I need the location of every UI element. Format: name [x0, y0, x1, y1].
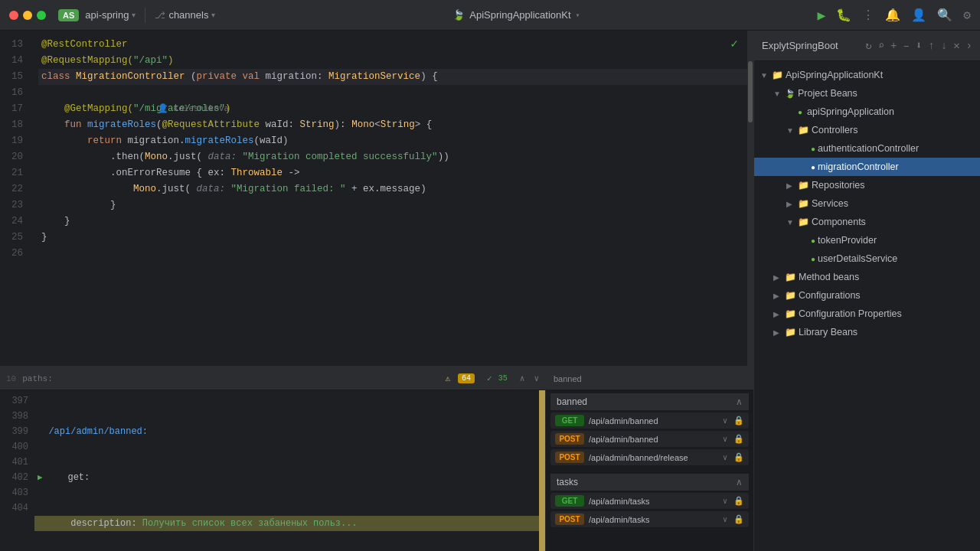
more-button[interactable]: ⋮: [862, 8, 874, 23]
api-endpoint[interactable]: POST /api/admin/tasks ∨ 🔒: [550, 511, 749, 527]
tree-label: userDetailsService: [818, 253, 897, 264]
search-icon[interactable]: 🔍: [937, 8, 952, 23]
code-line: Mono.just( data: "Migration failed: " + …: [38, 181, 747, 197]
tree-item-api-spring-application[interactable]: ▶ ● apiSpringApplication: [754, 103, 980, 121]
project-badge: AS: [58, 9, 79, 21]
api-endpoint[interactable]: POST /api/admin/banned/release ∨ 🔒: [550, 449, 749, 465]
yaml-line-num: 10: [6, 374, 16, 383]
tree-label: Library Beans: [799, 327, 858, 337]
tree-item-configurations[interactable]: ▶ 📁 Configurations: [754, 286, 980, 305]
dot-icon: ●: [811, 255, 815, 263]
folder-icon: 📁: [785, 308, 796, 319]
close-button[interactable]: [9, 11, 18, 20]
debug-button[interactable]: 🐛: [836, 8, 851, 23]
tree-item-project-beans[interactable]: ▼ 🍃 Project Beans: [754, 84, 980, 103]
api-section-header-tasks[interactable]: tasks ∧: [550, 474, 749, 491]
traffic-lights: [9, 11, 46, 20]
api-section-header-banned[interactable]: banned ∧: [550, 393, 749, 410]
up-icon[interactable]: ↑: [928, 40, 934, 52]
tree-label: ApiSpringApplicationKt: [786, 70, 883, 80]
tree-item-library-beans[interactable]: ▶ 📁 Library Beans: [754, 323, 980, 341]
chevron-icon: ∨: [723, 497, 727, 506]
tree-label: Project Beans: [798, 88, 858, 99]
user-icon[interactable]: 👤: [911, 8, 926, 23]
yaml-line: description: Получить список всех забане…: [34, 516, 539, 531]
code-line: ✓ ▶ class MigrationController (private v…: [38, 69, 747, 85]
method-post-badge: POST: [555, 452, 584, 463]
swagger-label: banned: [554, 374, 582, 383]
endpoint-path: /api/admin/tasks: [589, 515, 718, 524]
editor-pane[interactable]: 13 14 15 16 17 18 19 20 21 22 23 24 25 2…: [0, 31, 753, 367]
branch-selector[interactable]: ⎇ channels ▾: [155, 9, 215, 21]
file-dropdown-icon: ▾: [576, 11, 580, 20]
file-title: ApiSpringApplicationKt: [469, 9, 570, 21]
code-editor: 13 14 15 16 17 18 19 20 21 22 23 24 25 2…: [0, 31, 753, 366]
tree-item-authentication-controller[interactable]: ▶ ● authenticationController: [754, 139, 980, 158]
tree-label: Controllers: [812, 125, 858, 135]
lock-icon: 🔒: [733, 452, 744, 462]
tree-item-method-beans[interactable]: ▶ 📁 Method beans: [754, 268, 980, 286]
chevron-icon: ∨: [723, 515, 727, 524]
warn-count: 64: [458, 373, 475, 383]
api-endpoint[interactable]: GET /api/admin/tasks ∨ 🔒: [550, 493, 749, 509]
dot-icon: ●: [811, 145, 815, 153]
api-banned-section: banned ∧ GET /api/admin/banned ∨ 🔒 POST …: [546, 390, 753, 471]
expand-icon[interactable]: ›: [966, 40, 972, 52]
code-line: @GetMapping("/migrate/roles") 👤 Kolesnik…: [38, 101, 747, 117]
panel-icons: ↻ ⌕ + – ⬇ ↑ ↓ ✕ ›: [865, 39, 972, 52]
collapse-icon: ∧: [736, 477, 743, 487]
tree-label: apiSpringApplication: [807, 106, 894, 117]
method-get-badge: GET: [555, 415, 584, 426]
code-line: [38, 85, 747, 101]
folder-icon: 📁: [798, 125, 809, 135]
yaml-label: paths:: [22, 374, 53, 383]
collapse-icon[interactable]: ∨: [534, 373, 539, 383]
minus-icon[interactable]: –: [903, 40, 910, 52]
tree-item-user-details-service[interactable]: ▶ ● userDetailsService: [754, 249, 980, 268]
tree-item-controllers[interactable]: ▼ 📁 Controllers: [754, 121, 980, 139]
add-icon[interactable]: +: [890, 40, 897, 52]
scrollbar-track[interactable]: [747, 31, 753, 366]
chevron-icon: ∨: [723, 453, 727, 462]
scrollbar-thumb[interactable]: [748, 61, 753, 122]
tree-item-token-provider[interactable]: ▶ ● tokenProvider: [754, 231, 980, 249]
api-endpoint[interactable]: GET /api/admin/banned ∨ 🔒: [550, 412, 749, 429]
project-name-label[interactable]: api-spring ▾: [85, 9, 136, 21]
endpoint-path: /api/admin/banned/release: [589, 453, 718, 462]
notification-icon[interactable]: 🔔: [885, 8, 900, 23]
right-panel: ExplytSpringBoot ↻ ⌕ + – ⬇ ↑ ↓ ✕ › ▼ 📁 A…: [753, 31, 980, 551]
expand-icon[interactable]: ∧: [520, 373, 525, 383]
code-content: ✓ @RestController ⚠ @RequestMapping("/ap…: [38, 31, 747, 366]
project-dropdown-icon: ▾: [132, 11, 136, 19]
tree-label: authenticationController: [818, 143, 919, 154]
tree-arrow-icon: ▶: [773, 310, 782, 318]
tree-item-configuration-properties[interactable]: ▶ 📁 Configuration Properties: [754, 305, 980, 323]
method-post-badge: POST: [555, 514, 584, 525]
search-icon[interactable]: ⌕: [878, 39, 884, 52]
code-line: return migration.migrateRoles(waId): [38, 133, 747, 149]
tree-item-migration-controller[interactable]: ▶ ● migrationController: [754, 158, 980, 176]
maximize-button[interactable]: [37, 11, 46, 20]
refresh-icon[interactable]: ↻: [865, 39, 871, 52]
tree-arrow-icon: ▼: [786, 218, 795, 227]
tree-item-api-spring-app-kt[interactable]: ▼ 📁 ApiSpringApplicationKt: [754, 66, 980, 84]
tree-item-services[interactable]: ▶ 📁 Services: [754, 194, 980, 213]
api-endpoint[interactable]: POST /api/admin/banned ∨ 🔒: [550, 431, 749, 447]
tree-item-components[interactable]: ▼ 📁 Components: [754, 213, 980, 231]
chevron-icon: ∨: [723, 416, 727, 425]
settings-icon[interactable]: ⚙: [963, 8, 971, 23]
folder-icon: 📁: [785, 272, 796, 282]
down-icon[interactable]: ↓: [941, 40, 947, 52]
lock-icon: 🔒: [733, 514, 744, 524]
folder-icon: 📁: [772, 70, 783, 80]
api-panel: banned banned ∧ GET /api/admin/banned ∨ …: [545, 367, 753, 551]
tree-item-repositories[interactable]: ▶ 📁 Repositories: [754, 176, 980, 194]
code-line: [38, 246, 747, 262]
close-icon[interactable]: ✕: [953, 39, 959, 52]
download-icon[interactable]: ⬇: [916, 39, 922, 52]
minimize-button[interactable]: [23, 11, 32, 20]
endpoint-path: /api/admin/tasks: [589, 497, 718, 506]
tasks-title: tasks: [557, 477, 578, 487]
branch-dropdown-icon: ▾: [211, 11, 215, 19]
run-button[interactable]: ▶: [818, 7, 826, 24]
